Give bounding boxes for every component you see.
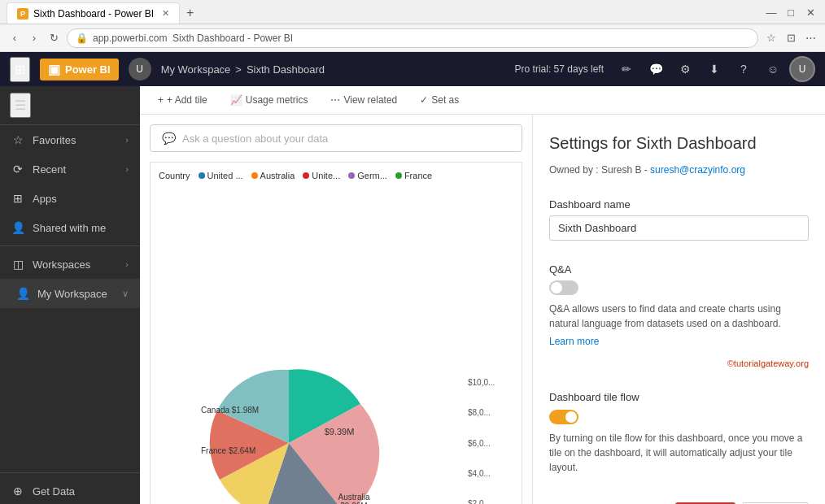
top-navigation: ⊞ ▣ Power BI U My Workspace > Sixth Dash… [0,52,825,86]
sidebar-item-my-workspace[interactable]: 👤 My Workspace ∨ [0,279,140,308]
tab-title: Sixth Dashboard - Power BI [33,8,154,20]
maximize-button[interactable]: □ [783,4,799,20]
tile-flow-toggle[interactable] [549,410,578,424]
settings-title: Settings for Sixth Dashboard [549,134,809,153]
main-content: + + Add tile 📈 Usage metrics ⋯ View rela… [140,86,825,504]
sidebar-item-recent[interactable]: ⟳ Recent › [0,154,140,184]
metrics-icon: 📈 [230,94,242,106]
nav-icons: ✏ 💬 ⚙ ⬇ ? ☺ U [613,56,815,82]
dashboard-name-input[interactable] [549,215,809,241]
breadcrumb-current: Sixth Dashboard [247,63,325,76]
extensions-button[interactable]: ⊡ [783,30,799,46]
y-axis-val-4: $2,0... [468,499,495,504]
toolbar: + + Add tile 📈 Usage metrics ⋯ View rela… [140,86,825,115]
edit-icon[interactable]: ✏ [613,56,639,82]
close-button[interactable]: ✕ [802,4,818,20]
address-bar[interactable]: 🔒 app.powerbi.com Sixth Dashboard - Powe… [67,28,758,48]
sidebar-item-label: Apps [33,193,57,205]
y-axis-val-1: $8,0... [468,408,495,417]
recent-icon: ⟳ [11,163,24,176]
browser-address-bar: ‹ › ↻ 🔒 app.powerbi.com Sixth Dashboard … [0,24,825,52]
qa-placeholder: Ask a question about your data [182,133,328,145]
settings-menu-button[interactable]: ⋯ [802,30,818,46]
legend-item-3: Germ... [348,171,387,180]
y-axis-val-0: $10,0... [468,378,495,387]
tile-flow-label: Dashboard tile flow [549,391,809,403]
sidebar-item-get-data[interactable]: ⊕ Get Data [0,476,140,504]
breadcrumb: My Workspace > Sixth Dashboard [161,63,325,76]
set-as-button[interactable]: ✓ Set as [415,91,464,109]
toggle-knob [551,282,562,293]
settings-owner: Owned by : Suresh B - suresh@crazyinfo.o… [549,164,809,176]
y-axis-val-3: $4,0... [468,469,495,478]
sales-term-label: Sales Ter... [419,195,468,504]
chevron-right-icon: › [125,259,129,269]
view-related-button[interactable]: ⋯ View related [325,91,402,109]
legend-item-4: France [395,171,432,180]
nav-user-avatar-small[interactable]: U [129,58,151,80]
svg-text:Canada $1.98M: Canada $1.98M [201,406,259,415]
chevron-right-icon: › [125,135,129,145]
help-icon[interactable]: ? [731,56,757,82]
sidebar-header: ☰ [0,86,140,125]
workspaces-icon: ◫ [11,258,24,271]
tile-flow-description: By turning on tile flow for this dashboa… [549,431,809,475]
comment-icon[interactable]: 💬 [643,56,669,82]
tab-close-button[interactable]: ✕ [162,8,169,19]
y-axis-val-2: $6,0... [468,439,495,448]
legend-country-label: Country [159,171,190,180]
grid-icon[interactable]: ⊞ [10,57,30,82]
set-as-icon: ✓ [420,94,428,106]
dashboard-area: 💬 Ask a question about your data Country… [140,115,825,504]
chart-legend: Country United ... Australia Unite... Ge… [159,171,513,180]
legend-item-0: United ... [199,171,243,180]
qa-description: Q&A allows users to find data and create… [549,302,809,331]
qa-section: Q&A Q&A allows users to find data and cr… [549,263,809,347]
pie-chart: $9.39M Australia $9.06M $3.39M $2.89M Fr… [159,358,419,504]
lock-icon: 🔒 [76,33,88,44]
watermark: ©tutorialgateway.org [549,358,809,368]
add-tile-button[interactable]: + + Add tile [153,91,212,109]
learn-more-link[interactable]: Learn more [549,336,809,347]
my-workspace-icon: 👤 [16,287,29,300]
tile-flow-section: Dashboard tile flow By turning on tile f… [549,391,809,475]
refresh-button[interactable]: ↻ [46,30,62,46]
qa-toggle[interactable] [549,280,578,295]
sidebar-item-favorites[interactable]: ☆ Favorites › [0,125,140,154]
emoji-icon[interactable]: ☺ [760,56,786,82]
qa-label: Q&A [549,263,809,276]
sidebar-item-shared[interactable]: 👤 Shared with me [0,213,140,242]
forward-button[interactable]: › [26,30,42,46]
app-container: ⊞ ▣ Power BI U My Workspace > Sixth Dash… [0,52,825,504]
minimize-button[interactable]: — [763,4,779,20]
sidebar-bottom: ⊕ Get Data [0,469,140,504]
action-buttons: Save Cancel [549,486,809,504]
get-data-icon: ⊕ [11,484,24,497]
qa-bar[interactable]: 💬 Ask a question about your data [150,124,522,152]
breadcrumb-workspace[interactable]: My Workspace [161,63,231,76]
sidebar-item-label: Get Data [33,485,75,497]
sidebar-item-apps[interactable]: ⊞ Apps [0,184,140,213]
download-icon[interactable]: ⬇ [701,56,727,82]
owner-email-link[interactable]: suresh@crazyinfo.org [650,164,745,176]
dashboard-content: 💬 Ask a question about your data Country… [140,115,532,504]
sidebar-item-workspaces[interactable]: ◫ Workspaces › [0,250,140,279]
sidebar: ☰ ☆ Favorites › ⟳ Recent › ⊞ Apps 👤 Shar… [0,86,140,504]
back-button[interactable]: ‹ [7,30,23,46]
dashboard-name-section: Dashboard name [549,198,809,241]
legend-item-2: Unite... [303,171,340,180]
url-display: app.powerbi.com Sixth Dashboard - Power … [93,33,293,44]
new-tab-button[interactable]: + [180,2,200,24]
nav-user-avatar[interactable]: U [789,56,815,82]
tile-flow-toggle-row [549,410,809,424]
active-tab[interactable]: P Sixth Dashboard - Power BI ✕ [7,2,180,24]
usage-metrics-button[interactable]: 📈 Usage metrics [225,91,313,109]
settings-icon[interactable]: ⚙ [672,56,698,82]
sidebar-hamburger-icon[interactable]: ☰ [10,93,31,118]
related-icon: ⋯ [330,94,340,106]
legend-item-1: Australia [251,171,295,180]
breadcrumb-separator: > [235,63,242,76]
powerbi-logo-text: Power BI [65,63,111,76]
star-button[interactable]: ☆ [763,30,779,46]
svg-text:France $2.64M: France $2.64M [201,446,255,455]
